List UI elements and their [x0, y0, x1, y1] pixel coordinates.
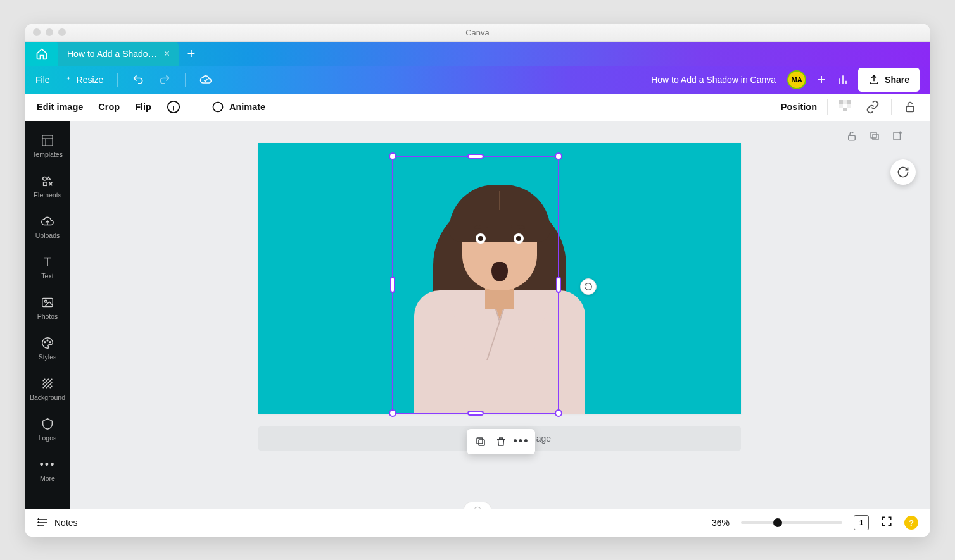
sidebar-item-styles[interactable]: Styles	[25, 329, 70, 368]
sidebar-item-elements[interactable]: Elements	[25, 167, 70, 206]
more-element-button[interactable]: •••	[512, 433, 530, 451]
undo-icon	[132, 73, 144, 86]
trash-icon	[495, 436, 507, 447]
resize-handle-s[interactable]	[467, 411, 484, 416]
refresh-plus-icon	[897, 166, 909, 178]
share-button[interactable]: Share	[858, 68, 920, 92]
upload-icon	[868, 74, 880, 85]
sidebar-item-background[interactable]: Background	[25, 370, 70, 409]
photo-icon	[41, 296, 54, 309]
svg-rect-22	[479, 440, 484, 445]
delete-element-button[interactable]	[492, 433, 510, 451]
undo-button[interactable]	[132, 73, 144, 86]
app-header: File Resize How to Add a Shadow in Canva…	[25, 66, 930, 94]
context-toolbar: Edit image Crop Flip Animate Position	[25, 94, 930, 121]
home-button[interactable]	[25, 42, 58, 66]
animate-button[interactable]: Animate	[212, 101, 265, 113]
svg-rect-7	[839, 104, 843, 108]
footer-expand-button[interactable]: ︿	[464, 502, 491, 511]
add-page-partial-label: age	[536, 433, 551, 444]
link-button[interactable]	[864, 99, 881, 115]
svg-point-14	[44, 300, 47, 302]
traffic-light-minimize[interactable]	[46, 28, 53, 36]
add-member-button[interactable]: +	[815, 73, 828, 86]
resize-button[interactable]: Resize	[64, 75, 104, 85]
add-page-button[interactable]	[892, 130, 904, 143]
bar-chart-icon	[837, 73, 849, 86]
close-icon[interactable]: ×	[164, 48, 170, 59]
zoom-slider[interactable]	[741, 521, 842, 524]
sidebar-item-logos[interactable]: Logos	[25, 410, 70, 449]
file-menu[interactable]: File	[35, 75, 50, 85]
lock-open-icon	[846, 130, 857, 142]
transparency-icon	[839, 100, 853, 114]
resize-handle-w[interactable]	[390, 277, 395, 293]
cloud-sync-button[interactable]	[199, 73, 212, 86]
sidebar-item-uploads[interactable]: Uploads	[25, 208, 70, 247]
info-button[interactable]	[167, 100, 180, 114]
traffic-light-close[interactable]	[33, 28, 41, 36]
resize-handle-sw[interactable]	[389, 409, 396, 417]
svg-rect-5	[843, 108, 847, 111]
duplicate-icon	[869, 130, 880, 142]
zoom-thumb[interactable]	[773, 518, 782, 527]
new-tab-button[interactable]: +	[179, 42, 204, 66]
resize-handle-nw[interactable]	[389, 152, 396, 160]
canvas-area[interactable]: age •••	[70, 121, 930, 509]
svg-rect-18	[849, 135, 856, 140]
svg-rect-19	[873, 134, 878, 140]
duplicate-element-button[interactable]	[472, 433, 490, 451]
svg-rect-23	[477, 438, 483, 444]
background-icon	[41, 376, 54, 390]
transparency-button[interactable]	[838, 99, 854, 115]
lock-button[interactable]	[902, 99, 918, 115]
sidebar-item-photos[interactable]: Photos	[25, 289, 70, 328]
resize-handle-ne[interactable]	[555, 152, 562, 160]
rotate-icon	[584, 282, 593, 291]
svg-rect-9	[906, 106, 914, 111]
notes-icon	[37, 516, 49, 529]
selection-outline[interactable]	[392, 156, 559, 414]
redo-icon	[158, 73, 171, 86]
sidebar-item-more[interactable]: ••• More	[25, 451, 70, 490]
copy-icon	[475, 436, 486, 447]
element-floating-toolbar: •••	[467, 429, 535, 454]
svg-rect-13	[42, 299, 53, 307]
tab-active[interactable]: How to Add a Shadow ... ×	[58, 42, 179, 66]
resize-handle-n[interactable]	[467, 154, 484, 159]
cloud-check-icon	[199, 73, 212, 87]
rotate-handle[interactable]	[580, 278, 597, 295]
notes-button[interactable]: Notes	[37, 516, 78, 529]
tab-strip: How to Add a Shadow ... × +	[25, 42, 930, 66]
flip-button[interactable]: Flip	[135, 102, 151, 112]
svg-point-15	[44, 342, 46, 343]
resize-handle-e[interactable]	[556, 277, 561, 293]
svg-rect-21	[894, 132, 901, 140]
document-title[interactable]: How to Add a Shadow in Canva	[651, 75, 776, 85]
duplicate-page-button[interactable]	[869, 130, 882, 143]
svg-rect-10	[42, 135, 53, 146]
sidebar-item-templates[interactable]: Templates	[25, 127, 70, 166]
comment-button[interactable]	[890, 159, 916, 185]
edit-image-button[interactable]: Edit image	[37, 102, 83, 112]
user-avatar[interactable]: MA	[787, 70, 806, 89]
animate-icon	[212, 101, 224, 113]
page-count-button[interactable]: 1	[854, 515, 869, 530]
page-lock-button[interactable]	[846, 130, 859, 143]
resize-handle-se[interactable]	[555, 409, 562, 417]
new-page-icon	[892, 130, 903, 142]
svg-point-17	[49, 342, 51, 343]
traffic-light-zoom[interactable]	[58, 28, 66, 36]
lock-open-icon	[904, 101, 916, 113]
insights-button[interactable]	[837, 73, 849, 86]
svg-point-11	[43, 177, 47, 181]
help-button[interactable]: ?	[904, 516, 918, 530]
crop-button[interactable]: Crop	[98, 102, 120, 112]
design-page[interactable]	[258, 143, 741, 414]
redo-button[interactable]	[158, 73, 171, 86]
info-icon	[167, 100, 180, 114]
position-button[interactable]: Position	[781, 102, 817, 112]
fullscreen-button[interactable]	[880, 515, 893, 530]
sidebar-item-text[interactable]: Text	[25, 248, 70, 287]
zoom-label: 36%	[712, 518, 730, 528]
